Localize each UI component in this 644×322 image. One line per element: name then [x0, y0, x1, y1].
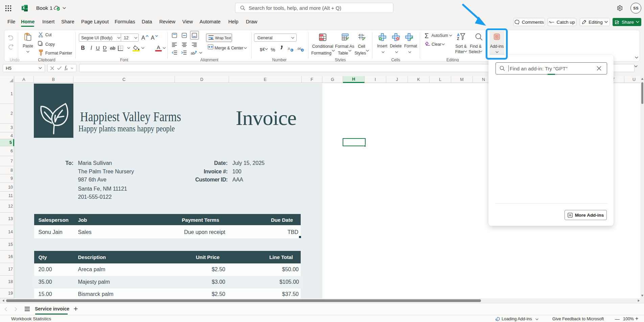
svg-text:A: A: [141, 35, 145, 41]
svg-text:A: A: [457, 33, 460, 37]
svg-text:A: A: [151, 35, 155, 41]
svg-text:.00: .00: [297, 47, 301, 50]
svg-text:Z: Z: [457, 37, 459, 41]
svg-text:X: X: [23, 6, 25, 10]
svg-text:.0: .0: [287, 47, 290, 50]
svg-text:ab: ab: [191, 51, 195, 55]
